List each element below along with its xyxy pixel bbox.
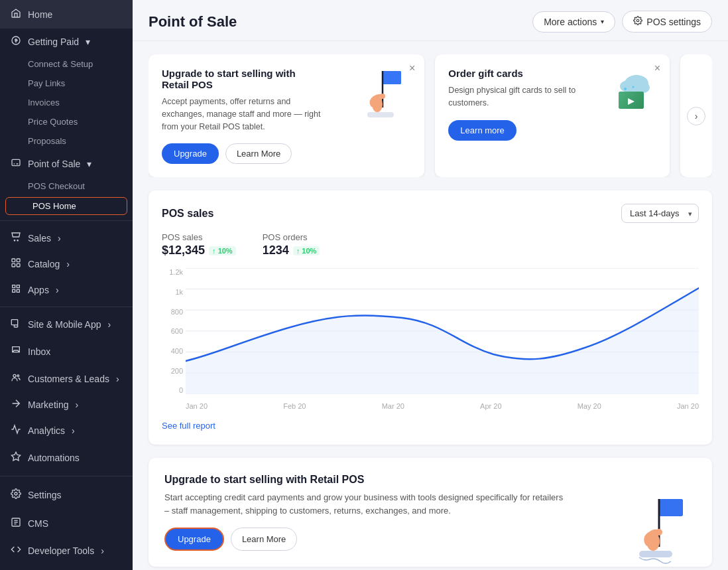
sidebar-item-cms[interactable]: CMS [0,509,133,537]
promo-card1-title: Upgrade to start selling with Retail POS [162,68,324,90]
main-content: Point of Sale More actions ▾ POS setting… [133,0,728,570]
marketing-icon [11,398,21,411]
pos-sales-stat: POS sales $12,345 ↑ 10% [162,232,236,257]
sidebar-item-invoices[interactable]: Invoices [0,93,133,112]
sidebar-item-site-mobile[interactable]: Site & Mobile App › [0,311,133,337]
sidebar-item-getting-paid[interactable]: Getting Paid ▾ [0,29,133,54]
pos-sales-label: POS sales [162,232,236,242]
y-label-200: 200 [162,367,186,375]
sidebar-item-settings[interactable]: Settings [0,480,133,509]
dev-tools-icon [11,544,21,557]
divider-1 [0,220,133,221]
sidebar-inbox-label: Inbox [28,346,50,357]
pos-icon [11,157,21,170]
sidebar-item-inbox[interactable]: Inbox [0,337,133,366]
settings-icon [11,488,21,501]
svg-point-11 [17,375,19,377]
more-actions-label: More actions [544,17,597,27]
sidebar-item-proposals[interactable]: Proposals [0,131,133,151]
sidebar-item-pos-home[interactable]: POS Home [5,197,127,215]
stats-row: POS sales $12,345 ↑ 10% POS orders 1234 … [162,232,699,257]
sidebar-getting-paid-label: Getting Paid [28,36,79,47]
x-label-feb20: Feb 20 [283,402,306,410]
chart-y-labels: 1.2k 1k 800 600 400 200 0 [162,268,186,394]
pos-orders-badge: ↑ 10% [293,246,320,255]
sidebar-item-price-quotes[interactable]: Price Quotes [0,112,133,131]
sidebar-item-automations[interactable]: Automations [0,443,133,472]
apps-chevron: › [56,285,59,295]
pos-sales-chart: 1.2k 1k 800 600 400 200 0 [162,268,699,414]
pos-settings-label: POS settings [646,17,701,27]
see-full-report-link[interactable]: See full report [162,421,215,431]
chart-svg-area [186,268,699,394]
bottom-promo-text: Upgrade to start selling with Retail POS… [164,474,564,551]
svg-point-26 [624,88,627,90]
y-label-600: 600 [162,327,186,335]
site-icon [11,318,21,330]
sidebar-item-analytics[interactable]: Analytics › [0,417,133,443]
upgrade-button-bottom[interactable]: Upgrade [164,528,224,551]
svg-rect-40 [639,551,672,557]
header-actions: More actions ▾ POS settings [532,11,712,33]
sidebar-item-connect-setup[interactable]: Connect & Setup [0,54,133,74]
sidebar-item-home[interactable]: Home [0,0,133,29]
svg-point-27 [633,86,635,88]
sidebar-site-mobile-label: Site & Mobile App [28,319,101,330]
retail-pos-illustration [355,62,415,129]
home-icon [11,8,21,21]
sidebar-item-catalog[interactable]: Catalog › [0,251,133,277]
automations-icon [11,451,21,464]
sidebar-dev-tools-label: Developer Tools [28,545,94,556]
chart-x-labels: Jan 20 Feb 20 Mar 20 Apr 20 May 20 Jan 2… [186,398,699,414]
more-actions-button[interactable]: More actions ▾ [532,11,615,33]
apps-icon [11,283,21,296]
y-label-400: 400 [162,347,186,355]
sidebar-item-customers[interactable]: Customers & Leads › [0,366,133,392]
learn-more-button-card1[interactable]: Learn More [225,143,292,164]
learn-more-button-bottom[interactable]: Learn More [231,528,297,551]
period-select[interactable]: Last 7 days Last 14-days Last 30 days La… [621,204,699,223]
pos-settings-button[interactable]: POS settings [622,11,712,33]
x-label-jan20-1: Jan 20 [186,402,208,410]
svg-rect-1 [12,159,20,165]
sidebar-item-apps[interactable]: Apps › [0,277,133,303]
catalog-chevron: › [66,259,70,269]
sidebar-item-marketing[interactable]: Marketing › [0,392,133,417]
bottom-promo-title: Upgrade to start selling with Retail POS [164,474,564,486]
scroll-right-button[interactable]: › [687,107,705,125]
sidebar-item-pay-links[interactable]: Pay Links [0,74,133,93]
sidebar-cms-label: CMS [28,518,48,529]
svg-rect-9 [14,325,17,327]
getting-paid-icon [11,35,21,48]
pos-sales-badge: ↑ 10% [209,246,236,255]
upgrade-button-card1[interactable]: Upgrade [162,143,219,164]
divider-3 [0,476,133,476]
pos-sales-title: POS sales [162,208,621,220]
sidebar-item-developer-tools[interactable]: Developer Tools › [0,537,133,563]
dev-tools-chevron: › [101,545,104,556]
sidebar-catalog-label: Catalog [28,259,60,269]
sidebar-item-sales[interactable]: Sales › [0,225,133,251]
customers-icon [11,372,21,385]
main-header: Point of Sale More actions ▾ POS setting… [133,0,728,41]
pos-orders-label: POS orders [263,232,320,242]
sidebar-item-point-of-sale[interactable]: Point of Sale ▾ [0,151,133,177]
sidebar-item-pos-checkout[interactable]: POS Checkout [0,177,133,196]
x-label-may20: May 20 [577,402,601,410]
scroll-next-card[interactable]: › [680,54,712,177]
bottom-promo-actions: Upgrade Learn More [164,528,564,551]
pos-chevron: ▾ [87,159,91,169]
sidebar-analytics-label: Analytics [28,425,65,436]
learn-more-button-card2[interactable]: Learn more [448,120,516,141]
sidebar-apps-label: Apps [28,285,49,295]
sales-icon [11,232,21,244]
svg-point-23 [637,82,650,93]
x-label-jan20-2: Jan 20 [677,402,699,410]
x-label-apr20: Apr 20 [480,402,501,410]
sidebar-automations-label: Automations [28,453,80,463]
svg-rect-8 [11,320,17,325]
y-label-0: 0 [162,386,186,394]
pos-orders-stat: POS orders 1234 ↑ 10% [263,232,320,257]
svg-rect-4 [12,259,15,262]
sidebar-settings-label: Settings [28,490,62,500]
